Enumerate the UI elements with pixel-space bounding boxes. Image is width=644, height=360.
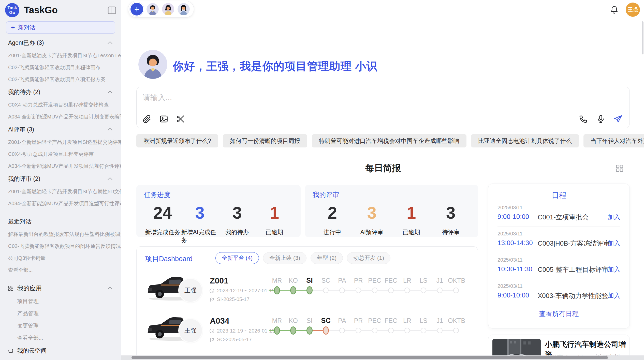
- app-subitem[interactable]: 产品管理: [0, 307, 121, 320]
- milestone-node: [448, 286, 464, 295]
- notification-bell-icon[interactable]: [610, 5, 619, 14]
- horizontal-scrollbar-thumb[interactable]: [131, 356, 608, 359]
- new-chat-button[interactable]: + 新对话: [6, 21, 115, 34]
- event-title: C003|H0B-方案冻结评审: [538, 239, 610, 248]
- app-title: TaskGo: [24, 5, 108, 16]
- new-conversation-button[interactable]: +: [130, 3, 143, 16]
- sidebar-item[interactable]: C0X4-动力总成开发项目工程变更评审: [0, 148, 121, 160]
- milestone-dot: [323, 326, 329, 335]
- suggestion-chip[interactable]: 当下年轻人对汽车外观有怎样的喜好趋势: [583, 134, 644, 147]
- chat-input[interactable]: [143, 92, 550, 103]
- sidebar-item[interactable]: A034-全新新能源MUV产品开发项目计划变更表编写: [0, 111, 121, 123]
- scissors-icon[interactable]: [176, 114, 185, 124]
- sidebar-item[interactable]: A034-全新新能源MUV产品开发项目法规符合性评审: [0, 160, 121, 172]
- milestone-dot: [372, 328, 377, 333]
- stat-metric: 3我的待办: [218, 203, 256, 244]
- stat-metric: 3新增AI完成任务: [181, 203, 219, 244]
- milestone-label: PA: [334, 277, 350, 284]
- suggestion-chip[interactable]: 如何写一份清晰的项目周报: [223, 134, 307, 147]
- event-join-link[interactable]: 加入: [608, 239, 620, 247]
- agent-avatar-3[interactable]: [178, 3, 190, 15]
- suggestion-chip[interactable]: 特朗普可能对进口汽车增税会对中国车企造成哪些影响: [312, 134, 466, 147]
- sidebar-item[interactable]: Z001-全新燃油轻卡产品开发项目SI节点属性5D文件评审: [0, 186, 121, 198]
- project-row[interactable]: 王强Z0012023-12-19 ~ 2027-01-19SI-2025-05-…: [137, 269, 478, 308]
- user-avatar[interactable]: 王强: [626, 3, 640, 17]
- milestone-label: SC: [318, 277, 334, 284]
- milestone-node: [383, 286, 399, 295]
- attachment-icon[interactable]: [142, 114, 152, 124]
- view-all-schedule-link[interactable]: 查看所有日程: [488, 309, 630, 318]
- milestone-node: [448, 326, 464, 335]
- logo-line1: Task: [7, 5, 17, 10]
- milestone-label: LS: [415, 277, 432, 284]
- app-subitem[interactable]: 项目管理: [0, 295, 121, 307]
- project-date-range: 2023-12-19 ~ 2026-01-19: [209, 328, 275, 334]
- sidebar-collapse-icon[interactable]: [108, 6, 116, 14]
- recent-item[interactable]: 解释最新出台的欧盟报废车法规再生塑料比例被调至15%...: [0, 228, 121, 240]
- dashboard-tab[interactable]: 全新平台 (4): [215, 252, 259, 264]
- milestone-dot: [388, 328, 394, 333]
- suggestion-chip[interactable]: 比亚迪全固态电池计划具体说了什么: [471, 134, 579, 147]
- vertical-scrollbar-thumb[interactable]: [642, 21, 643, 54]
- app-subitem[interactable]: 变更管理: [0, 320, 121, 332]
- sidebar-item[interactable]: C02-飞腾新能源轻客改款项目立项汇报方案: [0, 73, 121, 85]
- milestone-label: PA: [334, 317, 350, 324]
- sidebar-item[interactable]: Z001-全新燃油皮卡产品开发项目SI节点Lesson Learn报告: [0, 50, 121, 62]
- sidebar-item-cloud-space[interactable]: 我的云空间: [0, 344, 121, 357]
- sidebar-section-header[interactable]: Agent已办 (3): [0, 36, 121, 50]
- apps-grid-icon: [8, 285, 14, 291]
- sidebar-section-header[interactable]: AI评审 (3): [0, 123, 121, 136]
- cloud-space-label: 我的云空间: [17, 347, 47, 355]
- schedule-event: 2025/03/1110:30-11:30C005-整车工程目标评审加入: [497, 253, 620, 279]
- sidebar-section-title: 我的待办 (2): [8, 88, 108, 96]
- app-subitem[interactable]: 查看全部...: [0, 332, 121, 344]
- milestone-dots: [269, 286, 464, 295]
- sidebar-item[interactable]: A034-全新新能源MUV产品开发项目造型可行性评审: [0, 198, 121, 209]
- agent-avatar-2[interactable]: [162, 3, 174, 15]
- sidebar-section: AI评审 (3)Z001-全新燃油轻卡产品开发项目SI造型提交物评审C0X4-动…: [0, 123, 121, 172]
- stat-label: 进行中: [324, 228, 341, 236]
- chevron-up-icon: [108, 287, 112, 291]
- dashboard-tab[interactable]: 年型 (2): [311, 252, 343, 264]
- sidebar-item[interactable]: Z001-全新燃油轻卡产品开发项目SI造型提交物评审: [0, 136, 121, 148]
- send-icon[interactable]: [613, 114, 623, 124]
- sidebar-item-my-apps[interactable]: 我的应用: [0, 281, 121, 295]
- milestone-label: FEC: [383, 317, 399, 324]
- sidebar-item-favorites[interactable]: 我的收藏: [0, 357, 121, 360]
- milestone-label: FEC: [383, 277, 399, 284]
- recent-item[interactable]: 查看全部...: [0, 264, 121, 276]
- phone-icon[interactable]: [579, 114, 588, 124]
- event-join-link[interactable]: 加入: [608, 265, 620, 274]
- milestone-dot: [339, 328, 345, 333]
- agent-avatar-1[interactable]: [147, 3, 159, 15]
- recent-item[interactable]: C02-飞腾新能源轻客改款项目的闭环通告反馈情况: [0, 240, 121, 252]
- milestone-dot: [323, 288, 329, 293]
- project-row[interactable]: 王强A0342023-12-19 ~ 2026-01-19SC-2025-05-…: [137, 310, 478, 348]
- image-icon[interactable]: [159, 114, 169, 124]
- milestone-label: J1: [432, 277, 448, 284]
- suggestion-chip[interactable]: 欧洲新规最近颁布了什么?: [136, 134, 218, 147]
- milestone-node: [399, 326, 415, 335]
- app-logo: Task Go: [5, 3, 19, 17]
- sidebar-task-sections: Agent已办 (3)Z001-全新燃油皮卡产品开发项目SI节点Lesson L…: [0, 36, 121, 209]
- layout-grid-icon[interactable]: [615, 164, 624, 173]
- stat-metric: 1已逾期: [392, 203, 431, 236]
- sidebar-section-header[interactable]: 我的评审 (2): [0, 172, 121, 186]
- event-join-link[interactable]: 加入: [608, 291, 620, 300]
- milestone-node: [269, 286, 285, 295]
- sidebar-item[interactable]: C02-飞腾新能源轻客改款项目里程碑画布: [0, 62, 121, 73]
- sidebar-section: Agent已办 (3)Z001-全新燃油皮卡产品开发项目SI节点Lesson L…: [0, 36, 121, 85]
- dashboard-tab[interactable]: 全新上装 (3): [263, 252, 306, 264]
- my-apps-subitems: 项目管理产品管理变更管理查看全部...: [0, 295, 121, 344]
- microphone-icon[interactable]: [596, 114, 606, 124]
- my-review-title: 我的评审: [313, 190, 471, 199]
- event-join-link[interactable]: 加入: [608, 213, 620, 221]
- sidebar-section-header[interactable]: 我的待办 (2): [0, 85, 121, 99]
- dashboard-tab[interactable]: 动总开发 (1): [347, 252, 390, 264]
- schedule-event: 2025/03/1113:00-14:30C003|H0B-方案冻结评审加入: [497, 227, 620, 253]
- recent-item[interactable]: 公司Q3轻卡销量: [0, 252, 121, 264]
- sidebar-section: 我的待办 (2)C0X4-动力总成开发项目SI里程碑提交物检查A034-全新新能…: [0, 85, 121, 123]
- sidebar-item[interactable]: C0X4-动力总成开发项目SI里程碑提交物检查: [0, 99, 121, 111]
- milestone-node: [318, 286, 334, 295]
- milestone-label: LR: [399, 277, 415, 284]
